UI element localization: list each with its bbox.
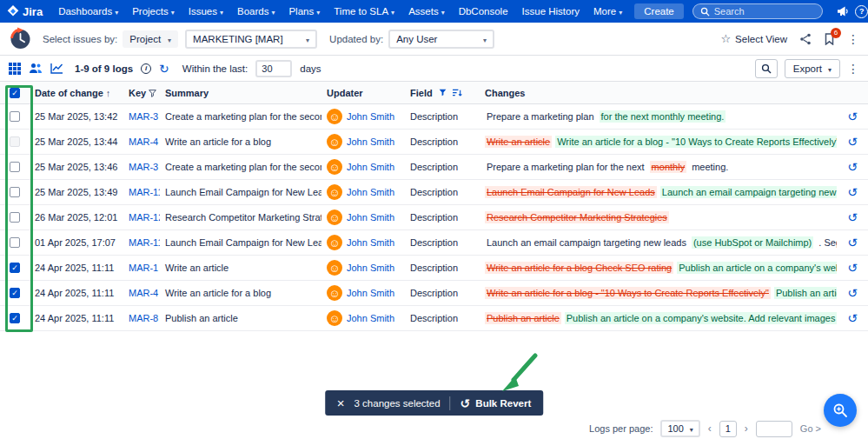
bulk-revert-button[interactable]: ↺ Bulk Revert (461, 397, 532, 409)
chart-view-icon[interactable] (50, 63, 63, 74)
revert-icon[interactable]: ↺ (847, 136, 858, 148)
issue-key[interactable]: MAR-4 (123, 136, 160, 147)
revert-icon[interactable]: ↺ (847, 312, 858, 324)
share-icon[interactable] (799, 33, 812, 45)
jira-logo[interactable]: Jira (7, 5, 43, 18)
nav-menu-item[interactable]: Issue History (515, 6, 586, 17)
revert-icon[interactable]: ↺ (847, 110, 858, 123)
header-key[interactable]: Key (123, 88, 160, 98)
revert-icon[interactable]: ↺ (847, 262, 858, 274)
prev-page-icon[interactable]: ‹ (708, 422, 712, 435)
revert-icon: ↺ (461, 397, 471, 409)
issue-summary: Write an article for a blog (160, 288, 321, 298)
header-changes[interactable]: Changes (480, 88, 837, 98)
header-updater[interactable]: Updater (321, 88, 405, 98)
pinned-filters-icon[interactable]: 6 (824, 33, 835, 45)
create-button[interactable]: Create (634, 3, 684, 19)
table-search-button[interactable] (755, 59, 778, 78)
nav-more[interactable]: More (586, 6, 629, 17)
users-view-icon[interactable] (29, 63, 43, 74)
issue-key[interactable]: MAR-8 (123, 313, 160, 323)
issue-key[interactable]: MAR-4 (123, 288, 160, 298)
change-date: 25 Mar 2025, 13:44 (30, 136, 123, 147)
row-checkbox[interactable] (10, 313, 20, 323)
column-filter-icon[interactable] (453, 89, 462, 97)
issue-key[interactable]: MAR-11 (123, 187, 160, 197)
nav-menu-item[interactable]: Assets (401, 6, 452, 17)
issue-key[interactable]: MAR-1 (123, 263, 160, 273)
goto-page-input[interactable] (756, 421, 792, 437)
changes-cell: Write an article for a blog Check SEO ra… (480, 262, 837, 274)
nav-search[interactable] (692, 3, 823, 19)
header-field[interactable]: Field (405, 88, 480, 98)
row-checkbox[interactable] (10, 111, 20, 122)
grid-view-icon[interactable] (9, 63, 21, 75)
updater-name[interactable]: John Smith (347, 237, 394, 248)
nav-menu-item[interactable]: Dashboards (51, 6, 125, 17)
revert-icon[interactable]: ↺ (847, 287, 858, 299)
updater-name[interactable]: John Smith (347, 162, 394, 172)
toolbar-more-icon[interactable]: ⋮ (847, 62, 859, 76)
logs-per-page-label: Logs per page: (589, 423, 653, 434)
more-options-icon[interactable]: ⋮ (847, 32, 859, 46)
updater-cell: ☺ John Smith (321, 134, 405, 150)
nav-menu-item[interactable]: DbConsole (452, 6, 515, 17)
issue-key[interactable]: MAR-12 (123, 212, 160, 223)
search-input[interactable] (714, 6, 810, 17)
within-days-input[interactable] (255, 60, 292, 77)
next-page-icon[interactable]: › (745, 422, 748, 435)
row-checkbox[interactable] (10, 187, 20, 197)
info-icon[interactable]: i (141, 63, 151, 74)
header-summary[interactable]: Summary (160, 88, 321, 98)
top-navbar: Jira Dashboards Projects Issues Boards P… (0, 0, 868, 23)
goto-page-button[interactable]: Go > (800, 423, 821, 434)
logs-per-page-select[interactable]: 100 (660, 420, 699, 437)
updater-name[interactable]: John Smith (347, 111, 394, 122)
chevron-down-icon (220, 6, 223, 17)
row-checkbox[interactable] (10, 288, 20, 298)
row-checkbox[interactable] (10, 237, 20, 248)
revert-icon[interactable]: ↺ (847, 186, 858, 198)
updater-name[interactable]: John Smith (347, 187, 394, 197)
nav-menu-item[interactable]: Time to SLA (327, 6, 401, 17)
revert-icon[interactable]: ↺ (847, 161, 858, 173)
row-checkbox[interactable] (10, 136, 20, 147)
select-issues-by-dropdown[interactable]: Project (123, 30, 178, 48)
nav-menu-item[interactable]: Issues (182, 6, 230, 17)
updated-by-select[interactable]: Any User (388, 30, 494, 49)
issue-key[interactable]: MAR-3 (123, 162, 160, 172)
filter-funnel-icon[interactable] (149, 90, 156, 97)
current-page-button[interactable]: 1 (719, 421, 737, 437)
nav-menu-item[interactable]: Boards (230, 6, 282, 17)
issue-key[interactable]: MAR-3 (123, 111, 160, 122)
revert-icon[interactable]: ↺ (847, 236, 858, 249)
zoom-fab-button[interactable] (824, 394, 857, 427)
refresh-icon[interactable]: ↻ (159, 62, 169, 76)
updater-name[interactable]: John Smith (347, 212, 394, 223)
close-icon[interactable]: × (337, 396, 345, 409)
select-view-button[interactable]: ☆ Select View (720, 32, 787, 45)
announcement-icon[interactable] (833, 3, 852, 20)
updater-avatar: ☺ (327, 134, 342, 150)
row-checkbox[interactable] (10, 263, 20, 273)
issue-key[interactable]: MAR-11 (123, 237, 160, 248)
updater-name[interactable]: John Smith (347, 263, 394, 273)
updater-cell: ☺ John Smith (321, 109, 405, 124)
row-checkbox[interactable] (10, 162, 20, 172)
updater-name[interactable]: John Smith (347, 313, 394, 323)
updater-name[interactable]: John Smith (347, 136, 394, 147)
select-all-checkbox[interactable] (10, 88, 20, 98)
row-checkbox[interactable] (10, 212, 20, 223)
revert-icon[interactable]: ↺ (847, 211, 858, 223)
table-row: 25 Mar 2025, 13:42 MAR-3 Create a market… (0, 104, 868, 130)
help-icon[interactable]: ? (852, 3, 868, 20)
sort-asc-icon[interactable]: ↑ (106, 88, 111, 98)
header-date[interactable]: Date of change↑ (30, 88, 123, 98)
changes-cell: Write an article for a blog - "10 Ways t… (480, 287, 837, 299)
updater-name[interactable]: John Smith (347, 288, 394, 298)
nav-menu-item[interactable]: Projects (125, 6, 182, 17)
project-select[interactable]: MARKETING [MAR] (185, 30, 317, 49)
filter-funnel-icon[interactable] (439, 89, 447, 96)
nav-menu-item[interactable]: Plans (282, 6, 327, 17)
export-button[interactable]: Export (785, 59, 840, 78)
